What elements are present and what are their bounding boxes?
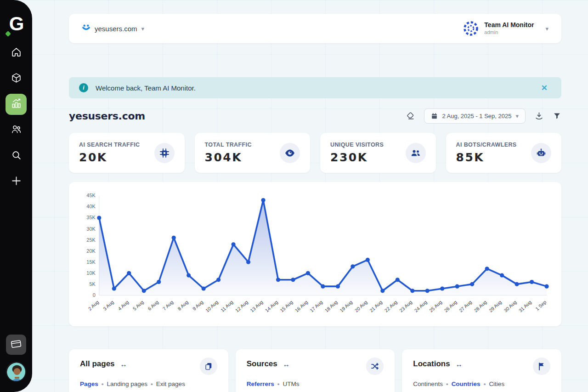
svg-text:15K: 15K <box>86 259 96 265</box>
dot-separator: • <box>277 381 280 387</box>
svg-text:20 Aug: 20 Aug <box>354 300 368 313</box>
chevron-down-icon: ▾ <box>515 113 519 119</box>
traffic-chart-card: 05K10K15K20K25K30K35K40K45K2 Aug3 Aug4 A… <box>69 182 561 326</box>
svg-text:3 Aug: 3 Aug <box>102 300 114 312</box>
svg-text:5 Aug: 5 Aug <box>132 300 144 312</box>
sidebar-nav <box>6 42 27 192</box>
swap-arrows-icon[interactable]: ↔ <box>283 360 290 368</box>
svg-text:6 Aug: 6 Aug <box>147 300 159 312</box>
svg-text:45K: 45K <box>86 193 96 198</box>
card-title: All pages <box>80 359 115 369</box>
billing-button[interactable] <box>6 335 26 355</box>
eraser-button[interactable] <box>406 112 415 120</box>
profile-avatar[interactable] <box>6 362 26 382</box>
sub-link-countries[interactable]: Countries <box>452 381 481 387</box>
svg-text:17 Aug: 17 Aug <box>309 300 324 313</box>
user-menu[interactable]: Team AI Monitor admin ▾ <box>463 20 548 37</box>
svg-text:0: 0 <box>93 292 96 298</box>
sidebar-item-analytics[interactable] <box>6 94 27 115</box>
box-icon <box>11 72 22 85</box>
stat-card-ai-bots-crawlers[interactable]: AI BOTS/CRAWLERS 85K <box>446 133 562 173</box>
svg-text:7 Aug: 7 Aug <box>162 300 174 312</box>
svg-text:4 Aug: 4 Aug <box>117 300 130 312</box>
svg-text:25 Aug: 25 Aug <box>429 300 443 313</box>
svg-text:29 Aug: 29 Aug <box>488 300 503 313</box>
sub-link-referrers[interactable]: Referrers <box>247 381 274 387</box>
filter-button[interactable] <box>553 112 561 120</box>
card-title: Sources <box>247 359 277 369</box>
svg-text:12 Aug: 12 Aug <box>234 300 249 313</box>
sub-link-continents[interactable]: Continents <box>413 381 443 387</box>
chip-icon <box>154 143 175 163</box>
download-button[interactable] <box>535 112 543 120</box>
svg-text:28 Aug: 28 Aug <box>473 300 488 313</box>
eye-icon <box>280 143 300 163</box>
close-icon[interactable]: ✕ <box>537 81 551 95</box>
svg-text:23 Aug: 23 Aug <box>399 300 413 313</box>
stat-value: 85K <box>456 151 517 164</box>
svg-text:21 Aug: 21 Aug <box>369 300 384 313</box>
sidebar-item-users[interactable] <box>6 119 27 141</box>
sidebar-item-products[interactable] <box>6 68 27 89</box>
traffic-area-chart[interactable]: 05K10K15K20K25K30K35K40K45K2 Aug3 Aug4 A… <box>77 188 553 324</box>
chevron-down-icon: ▾ <box>545 25 548 32</box>
svg-text:22 Aug: 22 Aug <box>384 300 398 313</box>
svg-text:40K: 40K <box>86 204 96 209</box>
svg-text:14 Aug: 14 Aug <box>264 300 279 313</box>
site-name: yesusers.com <box>95 25 137 33</box>
sub-link-utms[interactable]: UTMs <box>283 381 299 387</box>
site-switcher[interactable]: yesusers.com ▾ <box>82 23 144 34</box>
download-icon <box>535 112 543 120</box>
app-logo[interactable]: G <box>9 12 23 39</box>
pages-icon <box>200 358 217 375</box>
svg-text:15 Aug: 15 Aug <box>279 300 294 313</box>
svg-text:30K: 30K <box>86 226 96 232</box>
locations-card: Locations ↔ Continents•Countries•Cities <box>402 349 561 392</box>
chart-icon <box>11 98 22 111</box>
sub-link-pages[interactable]: Pages <box>80 381 98 387</box>
sidebar-item-search[interactable] <box>6 145 27 166</box>
sidebar-item-home[interactable] <box>6 42 27 63</box>
people-icon <box>11 124 22 137</box>
date-range-picker[interactable]: 2 Aug, 2025 - 1 Sep, 2025 ▾ <box>424 108 526 124</box>
stat-value: 230K <box>330 151 384 164</box>
top-bar: yesusers.com ▾ Team AI Monitor admin ▾ <box>69 14 561 43</box>
robot-icon <box>531 143 551 163</box>
sub-link-exit-pages[interactable]: Exit pages <box>156 381 185 387</box>
sources-card: Sources ↔ Referrers•UTMs <box>236 349 395 392</box>
eraser-icon <box>406 112 415 120</box>
sidebar-item-add[interactable] <box>6 171 27 192</box>
svg-text:24 Aug: 24 Aug <box>413 300 428 313</box>
date-range-value: 2 Aug, 2025 - 1 Sep, 2025 <box>442 113 511 119</box>
stat-card-unique-visitors[interactable]: UNIQUE VISITORS 230K <box>320 133 436 173</box>
toolbar: 2 Aug, 2025 - 1 Sep, 2025 ▾ <box>406 108 561 124</box>
stat-card-ai-search-traffic[interactable]: AI SEARCH TRAFFIC 20K <box>69 133 185 173</box>
card-sub-links: Continents•Countries•Cities <box>413 381 550 387</box>
svg-text:5K: 5K <box>89 281 96 287</box>
card-sub-links: Pages•Landing pages•Exit pages <box>80 381 217 387</box>
sidebar: G <box>0 0 32 392</box>
report-cards-row: All pages ↔ Pages•Landing pages•Exit pag… <box>69 349 561 392</box>
info-icon: i <box>79 83 88 92</box>
sub-link-cities[interactable]: Cities <box>489 381 504 387</box>
svg-text:13 Aug: 13 Aug <box>249 300 264 313</box>
card-sub-links: Referrers•UTMs <box>247 381 384 387</box>
stat-value: 20K <box>79 151 140 164</box>
svg-text:1 Sep: 1 Sep <box>535 300 548 312</box>
sub-link-landing-pages[interactable]: Landing pages <box>107 381 148 387</box>
svg-text:8 Aug: 8 Aug <box>177 300 189 312</box>
svg-text:18 Aug: 18 Aug <box>324 300 339 313</box>
stat-card-total-traffic[interactable]: TOTAL TRAFFIC 304K <box>195 133 311 173</box>
page-header: yesusers.com 2 Aug, 2025 - 1 Sep, 2025 ▾ <box>69 108 561 124</box>
stat-label: TOTAL TRAFFIC <box>205 142 252 148</box>
main-content: yesusers.com ▾ Team AI Monitor admin ▾ i… <box>32 0 588 392</box>
home-icon <box>11 46 22 60</box>
swap-arrows-icon[interactable]: ↔ <box>120 360 127 368</box>
swap-arrows-icon[interactable]: ↔ <box>456 360 463 368</box>
svg-text:2 Aug: 2 Aug <box>87 300 100 312</box>
dot-separator: • <box>446 381 448 387</box>
stat-label: AI SEARCH TRAFFIC <box>79 142 140 148</box>
card-title: Locations <box>413 359 450 369</box>
svg-text:10K: 10K <box>86 270 96 276</box>
logo-letter: G <box>9 12 23 36</box>
